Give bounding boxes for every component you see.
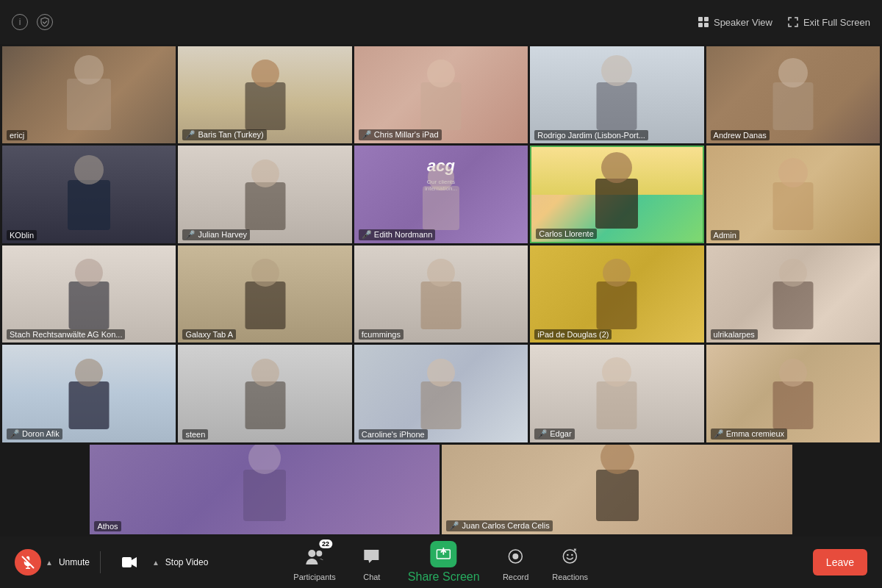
video-grid: ericj 🎤 Baris Tan (Turkey) 🎤 Chris Milla… [0,44,882,537]
participant-name-admin: Admin [711,230,739,240]
record-label: Record [503,573,528,581]
bottom-bar: ▲ Unmute ▲ Stop Video [0,537,882,588]
svg-point-12 [513,553,519,559]
record-icon [503,543,529,570]
chat-icon [359,543,385,570]
participant-name-edith: 🎤 Edith Nordmann [359,229,436,240]
svg-point-9 [316,551,322,556]
reactions-button[interactable]: Reactions [552,543,589,581]
svg-point-13 [564,550,577,563]
top-bar: i Speaker View Exit Full Screen [0,0,882,44]
video-cell-carlos: Carlos Llorente [530,146,703,243]
video-cell-ericj: ericj [2,46,176,143]
participant-name-stach: Stach Rechtsanwälte AG Kon... [7,329,125,340]
participant-name-galaxy: Galaxy Tab A [182,329,236,340]
participant-name-carlos: Carlos Llorente [536,229,597,239]
mute-icon-wrap [15,549,41,576]
reactions-icon [557,543,584,570]
svg-rect-7 [122,557,132,567]
video-cell-galaxy: Galaxy Tab A [178,245,351,343]
participant-name-rodrigo: Rodrigo Jardim (Lisbon-Port... [534,130,648,140]
chat-button[interactable]: Chat [354,543,390,581]
participant-name-ericj: ericj [7,130,27,140]
participant-name-edgar: 🎤 Edgar [534,429,574,440]
unmute-button[interactable] [15,549,41,576]
video-cell-athos: Athos [90,445,440,534]
video-cell-andrew: Andrew Danas [706,46,880,143]
bottom-left-controls: ▲ Unmute ▲ Stop Video [15,549,208,576]
unmute-label: Unmute [59,557,90,567]
video-cell-juan: 🎤 Juan Carlos Cerda Celis [442,445,792,534]
chat-label: Chat [363,573,380,581]
top-bar-left: i [12,14,53,30]
participant-name-athos: Athos [94,521,121,531]
security-icon[interactable] [37,14,53,30]
bottom-right-controls: Leave [813,549,867,576]
participants-label: Participants [293,573,335,581]
participant-name-ulrika: ulrikalarpes [711,329,758,340]
bottom-center-controls: 22 Participants Chat Share Screen [293,541,588,584]
speaker-view-button[interactable]: Speaker View [698,16,772,28]
speaker-view-label: Speaker View [714,17,772,28]
participant-name-emma: 🎤 Emma cremieux [711,429,788,440]
video-cell-fcummings: fcummings [354,245,528,343]
participant-name-doron: 🎤 Doron Afik [7,429,62,440]
video-cell-admin: Admin [706,146,880,243]
svg-rect-3 [704,23,709,27]
video-cell-caroline: Caroline's iPhone [354,345,528,442]
video-cell-doron: 🎤 Doron Afik [2,345,176,442]
svg-point-14 [567,554,568,556]
video-cell-koblin: KOblin [2,146,176,243]
exit-fullscreen-button[interactable]: Exit Full Screen [787,16,870,28]
video-cell-ipad-douglas: iPad de Douglas (2) [530,245,703,343]
participant-name-juan: 🎤 Juan Carlos Cerda Celis [446,520,552,531]
participant-name-andrew: Andrew Danas [711,130,770,140]
record-button[interactable]: Record [498,543,534,581]
participant-name-koblin: KOblin [7,230,37,240]
participant-name-julian: 🎤 Julian Harvey [182,229,250,240]
svg-rect-1 [704,17,709,21]
share-screen-label: Share Screen [408,570,480,584]
video-caret[interactable]: ▲ [152,559,159,567]
participant-name-caroline: Caroline's iPhone [359,429,428,440]
participant-name-chris: 🎤 Chris Millar's iPad [359,129,442,140]
share-screen-button[interactable]: Share Screen [408,541,480,584]
video-cell-julian: 🎤 Julian Harvey [178,146,351,243]
top-bar-right: Speaker View Exit Full Screen [698,16,870,28]
svg-rect-2 [698,23,703,27]
participants-count: 22 [319,539,332,548]
svg-point-15 [571,554,573,556]
participants-button[interactable]: 22 Participants [293,543,335,581]
video-cell-edgar: 🎤 Edgar [530,345,703,442]
share-screen-icon [431,541,457,567]
participants-icon: 22 [301,543,328,570]
participant-name-ipad-douglas: iPad de Douglas (2) [534,329,612,340]
svg-point-8 [308,550,315,557]
participant-name-fcummings: fcummings [359,329,404,340]
svg-rect-0 [698,17,703,21]
video-cell-steen: steen [178,345,351,442]
stop-video-button[interactable] [111,549,148,576]
unmute-caret[interactable]: ▲ [46,559,53,567]
video-cell-baris: 🎤 Baris Tan (Turkey) [178,46,351,143]
reactions-label: Reactions [552,573,588,581]
participant-name-steen: steen [182,429,208,440]
video-icon [116,549,143,576]
video-cell-rodrigo: Rodrigo Jardim (Lisbon-Port... [530,46,703,143]
video-cell-edith: acg Our clientsinternation... 🎤 Edith No… [354,146,528,243]
info-icon[interactable]: i [12,14,28,30]
leave-button[interactable]: Leave [813,549,867,576]
video-cell-stach: Stach Rechtsanwälte AG Kon... [2,245,176,343]
video-cell-ulrika: ulrikalarpes [706,245,880,343]
row5-container: Athos 🎤 Juan Carlos Cerda Celis [2,445,880,534]
exit-fullscreen-label: Exit Full Screen [803,17,870,28]
video-cell-emma: 🎤 Emma cremieux [706,345,880,442]
stop-video-label: Stop Video [165,557,209,567]
video-cell-chris: 🎤 Chris Millar's iPad [354,46,528,143]
participant-name-baris: 🎤 Baris Tan (Turkey) [182,129,266,140]
